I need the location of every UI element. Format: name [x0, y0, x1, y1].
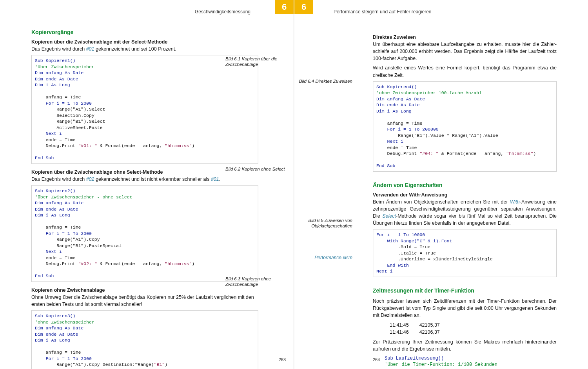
code-line: & Format(ende - anfang, [97, 261, 165, 266]
code-ref-01b: #01 [211, 176, 219, 182]
code-line: For i = 1 To 2000 [35, 101, 92, 106]
code-line: Debug.Print [35, 143, 78, 148]
page-number-left: 263 [279, 357, 286, 362]
text: . [219, 176, 220, 182]
text: Beim Ändern von Objekteigenschaften erre… [373, 199, 510, 205]
code-line: Dim ende As Date [35, 207, 78, 212]
fig-caption-6-5: Bild 6.5 Zuweisen von Objekteigenschafte… [293, 218, 352, 229]
code-line: Dim i As Long [35, 338, 70, 343]
code-line: Next i [35, 249, 62, 254]
page-right: 6 Performance steigern und auf Fehler re… [294, 0, 588, 369]
code-line: Dim anfang As Date [35, 325, 83, 331]
code-line: "hh:mm:ss" [165, 261, 192, 266]
running-head-left: Geschwindigkeitsmessung [31, 5, 258, 19]
code-line: "#02: " [78, 261, 97, 266]
text: Das Ergebnis wird durch [31, 176, 86, 182]
page-body-left: Kopiervorgänge Kopieren über die Zwische… [31, 29, 258, 369]
code-line: ) [533, 151, 536, 156]
para-select-methode: Das Ergebnis wird durch #01 gekennzeichn… [31, 45, 258, 53]
code-line: "#04: " [419, 151, 438, 156]
para-timer-1: Noch präziser lassen sich Zeitdifferenze… [373, 298, 557, 319]
code-line: Next i [376, 269, 392, 274]
fig-caption-6-4: Bild 6.4 Direktes Zuweisen [299, 78, 352, 84]
code-line: With Range("C" & i).Font [376, 238, 452, 244]
para-ohne-zwischenablage: Ohne Umweg über die Zwischenablage benöt… [31, 294, 258, 308]
keyword-select: Select [382, 213, 396, 219]
code-line: "B1" [154, 362, 165, 367]
chapter-tab-right: 6 [294, 0, 313, 14]
code-line: Dim i As Long [35, 82, 70, 87]
code-line: ende = Time [376, 145, 417, 150]
code-laufzeitmessung: Sub Laufzeitmessung() 'Über die Timer-Fu… [385, 355, 557, 369]
code-line: ende = Time [35, 137, 76, 142]
table-row: 11:41:45 42105,37 [389, 322, 440, 328]
code-line: Dim ende As Date [35, 332, 78, 337]
subhead-select-methode: Kopieren über die Zwischenablage mit der… [31, 39, 258, 45]
fig-caption-6-3: Bild 6.3 Kopieren ohne Zwischenablage [225, 276, 288, 287]
code-line: Range("B1").Value = Range("A1").Value [376, 133, 498, 138]
running-head-right: Performance steigern und auf Fehler reag… [326, 5, 557, 19]
code-line: Dim ende As Date [35, 76, 78, 82]
code-line: Next i [35, 131, 62, 136]
section-heading-timer: Zeitmessungen mit der Timer-Funktion [373, 287, 557, 294]
code-line: Dim anfang As Date [35, 200, 83, 205]
code-line: Dim i As Long [35, 213, 70, 218]
code-line: Range("A1").Copy [35, 237, 100, 242]
code-line: anfang = Time [35, 225, 81, 230]
code-line: Sub Kopieren1() [35, 58, 76, 63]
fig-caption-6-1: Bild 6.1 Kopieren über die Zwischenablag… [225, 56, 288, 67]
code-line: .Underline = xlUnderlineStyleSingle [376, 256, 493, 262]
running-head-title-left: Geschwindigkeitsmessung [195, 9, 250, 15]
code-line: For i = 1 To 2000 [35, 231, 92, 236]
code-line: 'über Zwischenspeicher [35, 64, 94, 69]
code-line: .Italic = True [376, 251, 436, 256]
code-line: Sub Kopieren4() [376, 84, 417, 89]
code-line: 'Über die Timer-Funktion: 1/100 Sekunden [385, 362, 497, 367]
code-line: Selection.Copy [35, 113, 94, 118]
para-direktes-zuweisen-2: Wird anstelle eines Wertes eine Formel k… [373, 64, 557, 78]
text: Das Ergebnis wird durch [31, 46, 86, 52]
code-line: & Format(ende - anfang, [97, 143, 165, 148]
code-line: Debug.Print [376, 151, 419, 156]
timer-value: 42106,37 [419, 329, 440, 335]
code-line: 'ohne Zwischenspeicher 100-fache Anzahl [376, 90, 482, 95]
code-line: End With [376, 263, 409, 268]
code-line: Dim i As Long [376, 109, 412, 114]
code-line: "#01: " [78, 143, 97, 148]
subhead-direktes-zuweisen: Direktes Zuweisen [373, 35, 557, 40]
code-line: ende = Time [35, 255, 76, 260]
code-with-font: For i = 1 To 10000 With Range("C" & i).F… [373, 229, 557, 277]
code-line: End Sub [376, 163, 395, 168]
code-line: ActiveSheet.Paste [35, 125, 103, 130]
code-line: For i = 1 To 10000 [376, 232, 425, 237]
code-kopieren4: Sub Kopieren4() 'ohne Zwischenspeicher 1… [373, 81, 557, 172]
code-kopieren1: Sub Kopieren1() 'über Zwischenspeicher D… [31, 55, 258, 164]
code-line: Range("A1").Select [35, 107, 105, 112]
code-line: Sub Kopieren3() [35, 313, 76, 318]
timer-time: 11:41:46 [389, 329, 418, 335]
code-ref-01: #01 [86, 46, 94, 52]
para-with-anweisung: Beim Ändern von Objekteigenschaften erre… [373, 198, 557, 227]
code-kopieren3: Sub Kopieren3() 'ohne Zwischenspeicher D… [31, 310, 258, 369]
file-link-performance: Performance.xlsm [314, 255, 352, 260]
code-line: End Sub [35, 273, 54, 278]
subhead-ohne-zwischenablage: Kopieren ohne Zwischenablage [31, 287, 258, 293]
fig-caption-6-2: Bild 6.2 Kopieren ohne Select [225, 166, 285, 172]
code-line: Dim ende As Date [376, 102, 419, 107]
code-line: ) [192, 143, 194, 148]
code-ref-02: #02 [86, 176, 94, 182]
code-kopieren2: Sub Kopieren2() 'über Zwischenspeicher -… [31, 185, 258, 282]
code-line: anfang = Time [35, 95, 81, 100]
code-line: Dim anfang As Date [376, 96, 425, 102]
timer-value-table: 11:41:45 42105,37 11:41:46 42106,37 [388, 321, 441, 336]
text: gekennzeichnet und sei 100 Prozent. [94, 46, 176, 52]
code-line: anfang = Time [376, 121, 422, 126]
para-timer-2: Zur Präzisierung Ihrer Zeitmessung könne… [373, 338, 557, 353]
code-line: 'über Zwischenspeicher - ohne select [35, 194, 132, 200]
code-line: Range("A1").Copy Destination:=Range( [35, 362, 154, 367]
page-body-right: Direktes Zuweisen Um überhaupt eine able… [373, 19, 557, 369]
timer-time: 11:41:45 [389, 322, 418, 328]
code-line: "hh:mm:ss" [506, 151, 533, 156]
code-line: "hh:mm:ss" [165, 143, 192, 148]
text: -Methode würde sogar vier bis fünf Mal s… [373, 213, 557, 226]
